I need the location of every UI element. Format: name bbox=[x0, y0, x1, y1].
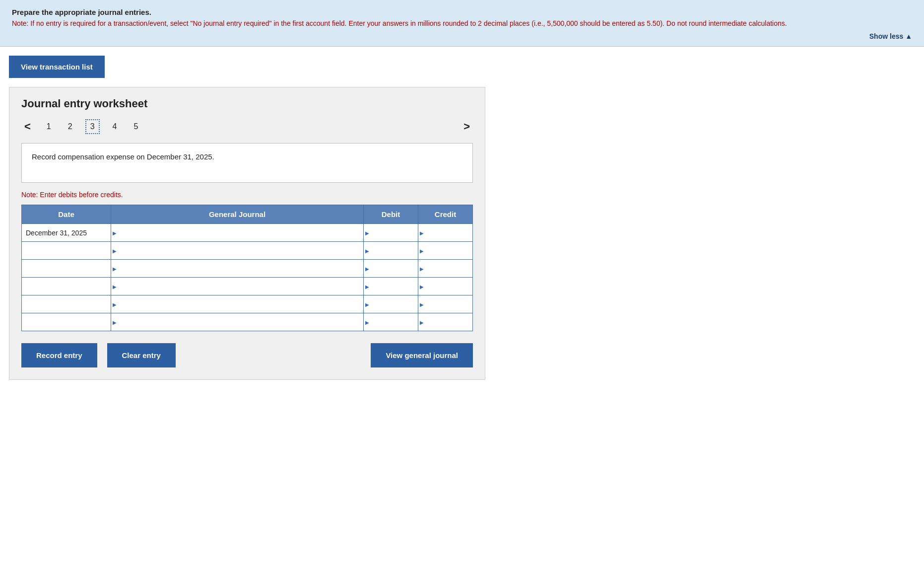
date-header: Date bbox=[22, 205, 111, 224]
view-general-journal-button[interactable]: View general journal bbox=[371, 343, 473, 367]
journal-cell-1[interactable] bbox=[111, 242, 364, 260]
journal-cell-4[interactable] bbox=[111, 295, 364, 313]
instruction-title: Prepare the appropriate journal entries. bbox=[12, 8, 912, 16]
debit-cell-3[interactable] bbox=[364, 278, 418, 295]
credit-cell-5[interactable] bbox=[418, 313, 473, 331]
debit-input-5[interactable] bbox=[364, 313, 418, 331]
table-row bbox=[22, 313, 473, 331]
table-row bbox=[22, 242, 473, 260]
date-cell-2 bbox=[22, 260, 111, 278]
debit-cell-1[interactable] bbox=[364, 242, 418, 260]
debit-cell-2[interactable] bbox=[364, 260, 418, 278]
debits-note: Note: Enter debits before credits. bbox=[21, 191, 473, 199]
journal-cell-5[interactable] bbox=[111, 313, 364, 331]
table-row bbox=[22, 278, 473, 295]
journal-input-0[interactable] bbox=[111, 224, 363, 241]
journal-cell-2[interactable] bbox=[111, 260, 364, 278]
journal-input-4[interactable] bbox=[111, 295, 363, 313]
clear-entry-button[interactable]: Clear entry bbox=[107, 343, 176, 367]
journal-cell-0[interactable] bbox=[111, 224, 364, 242]
debit-cell-4[interactable] bbox=[364, 295, 418, 313]
journal-input-2[interactable] bbox=[111, 260, 363, 277]
record-entry-button[interactable]: Record entry bbox=[21, 343, 97, 367]
debit-input-1[interactable] bbox=[364, 242, 418, 259]
journal-input-3[interactable] bbox=[111, 278, 363, 295]
nav-left-arrow[interactable]: < bbox=[21, 119, 34, 134]
debit-input-0[interactable] bbox=[364, 224, 418, 241]
debit-input-3[interactable] bbox=[364, 278, 418, 295]
credit-cell-1[interactable] bbox=[418, 242, 473, 260]
debit-cell-0[interactable] bbox=[364, 224, 418, 242]
tab-4[interactable]: 4 bbox=[109, 120, 121, 133]
show-less-link[interactable]: Show less ▲ bbox=[869, 32, 912, 40]
worksheet-title: Journal entry worksheet bbox=[21, 97, 473, 110]
credit-cell-4[interactable] bbox=[418, 295, 473, 313]
table-row: December 31, 2025 bbox=[22, 224, 473, 242]
journal-cell-3[interactable] bbox=[111, 278, 364, 295]
tab-navigation: < 1 2 3 4 5 > bbox=[21, 119, 473, 134]
instruction-note: Note: If no entry is required for a tran… bbox=[12, 18, 912, 29]
journal-input-5[interactable] bbox=[111, 313, 363, 331]
view-transaction-button[interactable]: View transaction list bbox=[9, 56, 105, 78]
credit-cell-3[interactable] bbox=[418, 278, 473, 295]
date-cell-5 bbox=[22, 313, 111, 331]
debit-header: Debit bbox=[364, 205, 418, 224]
credit-header: Credit bbox=[418, 205, 473, 224]
description-box: Record compensation expense on December … bbox=[21, 143, 473, 183]
date-cell-0: December 31, 2025 bbox=[22, 224, 111, 242]
debit-cell-5[interactable] bbox=[364, 313, 418, 331]
credit-input-1[interactable] bbox=[418, 242, 472, 259]
tab-3[interactable]: 3 bbox=[85, 119, 100, 134]
general-journal-header: General Journal bbox=[111, 205, 364, 224]
credit-input-3[interactable] bbox=[418, 278, 472, 295]
date-cell-1 bbox=[22, 242, 111, 260]
credit-input-0[interactable] bbox=[418, 224, 472, 241]
instruction-banner: Prepare the appropriate journal entries.… bbox=[0, 0, 924, 47]
journal-table: Date General Journal Debit Credit Decemb… bbox=[21, 205, 473, 331]
tab-5[interactable]: 5 bbox=[130, 120, 142, 133]
credit-input-5[interactable] bbox=[418, 313, 472, 331]
worksheet-container: Journal entry worksheet < 1 2 3 4 5 > Re… bbox=[9, 87, 485, 380]
table-row bbox=[22, 260, 473, 278]
credit-input-2[interactable] bbox=[418, 260, 472, 277]
date-cell-3 bbox=[22, 278, 111, 295]
table-row bbox=[22, 295, 473, 313]
credit-input-4[interactable] bbox=[418, 295, 472, 313]
date-cell-4 bbox=[22, 295, 111, 313]
nav-right-arrow[interactable]: > bbox=[461, 119, 473, 134]
bottom-buttons: Record entry Clear entry View general jo… bbox=[21, 343, 473, 367]
debit-input-2[interactable] bbox=[364, 260, 418, 277]
credit-cell-2[interactable] bbox=[418, 260, 473, 278]
journal-input-1[interactable] bbox=[111, 242, 363, 259]
debit-input-4[interactable] bbox=[364, 295, 418, 313]
credit-cell-0[interactable] bbox=[418, 224, 473, 242]
tab-1[interactable]: 1 bbox=[43, 120, 55, 133]
tab-2[interactable]: 2 bbox=[64, 120, 76, 133]
